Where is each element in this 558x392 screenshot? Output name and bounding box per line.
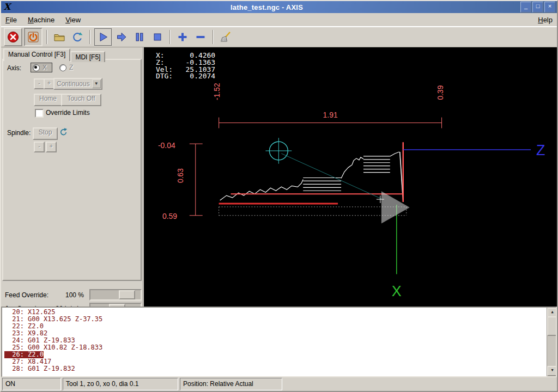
scrollbar-thumb[interactable] xyxy=(547,316,557,336)
toolbar xyxy=(1,27,557,47)
reload-button[interactable] xyxy=(69,29,86,45)
machine-power-button[interactable] xyxy=(24,28,43,46)
zoom-out-button[interactable] xyxy=(192,29,209,45)
axis-label: Axis: xyxy=(7,64,21,72)
feed-override-value: 100 % xyxy=(65,291,84,299)
dro-dtg: DTG: 0.2074 xyxy=(156,72,215,80)
minimize-button[interactable]: _ xyxy=(520,2,531,13)
open-file-button[interactable] xyxy=(51,29,68,45)
stop-button[interactable] xyxy=(149,29,166,45)
gcode-line[interactable]: 25:G00 X10.82 Z-18.833 xyxy=(4,344,546,351)
tool-status: Tool 1, zo 0, xo 0, dia 0.1 xyxy=(63,378,178,390)
axis-x-label: X xyxy=(43,64,47,71)
dro-readout: X: 0.4260 Z: -0.1363 Vel: 25.1037 DTG: 0… xyxy=(156,51,215,81)
menu-machine[interactable]: Machine xyxy=(28,16,54,24)
window-menu-icon[interactable]: X xyxy=(1,1,13,13)
power-icon xyxy=(27,30,40,44)
tool-marker xyxy=(265,138,384,203)
gcode-line[interactable]: 27:X8.417 xyxy=(4,358,546,365)
gcode-line[interactable]: 26:Z2.0 xyxy=(4,351,546,358)
spindle-forward-button[interactable] xyxy=(59,127,68,137)
menu-view[interactable]: View xyxy=(65,16,81,24)
folder-icon xyxy=(53,30,66,44)
slider-thumb[interactable] xyxy=(119,290,135,299)
preview-canvas[interactable]: X: 0.4260 Z: -0.1363 Vel: 25.1037 DTG: 0… xyxy=(144,47,557,307)
toolbar-separator xyxy=(169,30,171,44)
axis-window: X lathe_test.ngc - AXIS _ □ × File Machi… xyxy=(0,0,558,392)
dim-width-left: -1.52 xyxy=(213,83,221,100)
menubar: File Machine View Help xyxy=(1,13,557,27)
stock-outline xyxy=(219,207,407,216)
home-button[interactable]: Home xyxy=(34,94,62,106)
dim-height-span: 0.63 xyxy=(176,168,185,183)
menu-file[interactable]: File xyxy=(5,16,17,24)
zoom-in-button[interactable] xyxy=(174,29,191,45)
run-icon xyxy=(96,30,110,44)
gcode-lines: 20:X12.625 21:G00 X13.625 Z-37.35 22:Z2.… xyxy=(4,309,546,372)
maximize-button[interactable]: □ xyxy=(532,2,543,13)
gcode-line[interactable]: 22:Z2.0 xyxy=(4,323,546,330)
toolbar-separator xyxy=(213,30,214,44)
menu-help[interactable]: Help xyxy=(538,16,553,24)
toolbar-separator xyxy=(89,30,90,44)
spindle-label: Spindle: xyxy=(7,129,31,137)
tab-manual-control[interactable]: Manual Control [F3] xyxy=(3,48,70,61)
touch-off-button[interactable]: Touch Off xyxy=(61,94,101,106)
estop-icon xyxy=(7,30,20,44)
machine-state-status: ON xyxy=(2,378,61,390)
gcode-line[interactable]: 28:G01 Z-19.832 xyxy=(4,365,546,372)
close-button[interactable]: × xyxy=(544,2,555,13)
override-limits-label: Override Limits xyxy=(46,109,90,117)
scroll-down-icon[interactable]: ▼ xyxy=(547,366,557,376)
broom-icon xyxy=(219,30,232,44)
spindle-plus-button[interactable]: + xyxy=(46,142,57,152)
gcode-scrollbar[interactable]: ▲ ▼ xyxy=(547,308,556,376)
axis-x-radio[interactable]: X xyxy=(31,63,52,72)
tab-mdi[interactable]: MDI [F5] xyxy=(70,51,105,62)
pause-icon xyxy=(133,30,146,44)
axis-z-radio[interactable]: Z xyxy=(59,64,73,71)
jog-minus-button[interactable]: - xyxy=(34,78,45,89)
jog-plus-button[interactable]: + xyxy=(44,78,54,89)
radio-icon xyxy=(59,64,66,71)
main-area: Manual Control [F3] MDI [F5] Axis: X Z -… xyxy=(1,47,557,307)
toolbar-separator xyxy=(46,30,47,44)
reload-icon xyxy=(71,30,84,44)
chevron-down-icon: ▼ xyxy=(92,79,101,88)
manual-control-panel: Axis: X Z - + Continuous ▼ Home Touch Of… xyxy=(2,59,142,281)
spindle-stop-button[interactable]: Stop xyxy=(33,127,58,140)
notebook-tabs: Manual Control [F3] MDI [F5] xyxy=(3,48,105,61)
play-overlay-icon xyxy=(381,191,410,223)
run-button[interactable] xyxy=(94,28,112,46)
gcode-line[interactable]: 21:G00 X13.625 Z-37.35 xyxy=(4,316,546,323)
stop-icon xyxy=(151,30,164,44)
z-axis-label: Z xyxy=(536,142,545,158)
minus-icon xyxy=(194,30,207,44)
window-title: lathe_test.ngc - AXIS xyxy=(13,3,520,11)
dim-height-bottom: 0.59 xyxy=(162,212,177,220)
jog-mode-value: Continuous xyxy=(54,80,92,88)
spindle-minus-button[interactable]: - xyxy=(34,142,45,152)
dim-width-span: 1.91 xyxy=(323,111,338,119)
pause-button[interactable] xyxy=(131,29,148,45)
override-limits-checkbox[interactable] xyxy=(35,109,44,118)
radio-icon xyxy=(33,64,40,71)
titlebar[interactable]: X lathe_test.ngc - AXIS _ □ × xyxy=(1,1,557,13)
clear-plot-button[interactable] xyxy=(217,29,234,45)
plus-icon xyxy=(176,30,189,44)
control-panel: Manual Control [F3] MDI [F5] Axis: X Z -… xyxy=(1,47,144,307)
gcode-line[interactable]: 23:X9.82 xyxy=(4,330,546,337)
dimension-lines xyxy=(190,118,442,216)
status-filler xyxy=(284,378,556,390)
estop-button[interactable] xyxy=(4,28,22,46)
step-button[interactable] xyxy=(113,29,130,45)
spindle-rotate-icon xyxy=(59,127,68,137)
feed-override-slider[interactable] xyxy=(89,289,142,301)
position-mode-status: Position: Relative Actual xyxy=(180,378,282,390)
feed-lines xyxy=(219,142,403,204)
gcode-listing[interactable]: 20:X12.625 21:G00 X13.625 Z-37.35 22:Z2.… xyxy=(1,307,557,377)
status-bar: ON Tool 1, zo 0, xo 0, dia 0.1 Position:… xyxy=(1,377,557,391)
dimension-labels: -1.52 1.91 0.39 -0.04 0.63 0.59 xyxy=(158,83,445,220)
feed-override-label: Feed Override: xyxy=(5,291,48,299)
jog-mode-dropdown[interactable]: Continuous ▼ xyxy=(53,78,102,90)
